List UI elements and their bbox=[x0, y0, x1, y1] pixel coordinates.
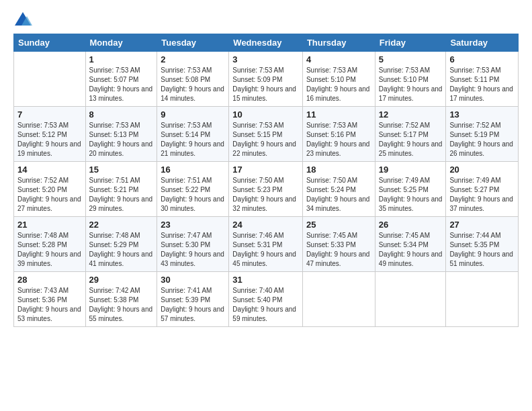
day-cell: 11Sunrise: 7:53 AMSunset: 5:16 PMDayligh… bbox=[302, 107, 375, 162]
day-info: Sunrise: 7:50 AMSunset: 5:23 PMDaylight:… bbox=[232, 176, 299, 214]
week-row-3: 21Sunrise: 7:48 AMSunset: 5:28 PMDayligh… bbox=[14, 217, 519, 272]
week-row-1: 7Sunrise: 7:53 AMSunset: 5:12 PMDaylight… bbox=[14, 107, 519, 162]
day-cell: 13Sunrise: 7:52 AMSunset: 5:19 PMDayligh… bbox=[446, 107, 519, 162]
day-number: 22 bbox=[89, 220, 154, 230]
day-cell: 27Sunrise: 7:44 AMSunset: 5:35 PMDayligh… bbox=[446, 217, 519, 272]
day-number: 29 bbox=[89, 275, 154, 285]
day-cell: 6Sunrise: 7:53 AMSunset: 5:11 PMDaylight… bbox=[446, 52, 519, 107]
day-cell: 5Sunrise: 7:53 AMSunset: 5:10 PMDaylight… bbox=[375, 52, 446, 107]
day-info: Sunrise: 7:51 AMSunset: 5:21 PMDaylight:… bbox=[89, 176, 154, 214]
day-cell bbox=[446, 272, 519, 327]
day-cell: 12Sunrise: 7:52 AMSunset: 5:17 PMDayligh… bbox=[375, 107, 446, 162]
day-cell: 7Sunrise: 7:53 AMSunset: 5:12 PMDaylight… bbox=[14, 107, 86, 162]
day-cell: 17Sunrise: 7:50 AMSunset: 5:23 PMDayligh… bbox=[229, 162, 303, 217]
day-info: Sunrise: 7:42 AMSunset: 5:38 PMDaylight:… bbox=[89, 286, 154, 324]
day-number: 31 bbox=[232, 275, 299, 285]
day-info: Sunrise: 7:53 AMSunset: 5:16 PMDaylight:… bbox=[306, 121, 371, 158]
day-number: 3 bbox=[232, 54, 299, 64]
day-cell: 25Sunrise: 7:45 AMSunset: 5:33 PMDayligh… bbox=[302, 217, 375, 272]
day-number: 18 bbox=[306, 165, 371, 175]
day-info: Sunrise: 7:53 AMSunset: 5:14 PMDaylight:… bbox=[161, 121, 225, 158]
day-info: Sunrise: 7:53 AMSunset: 5:10 PMDaylight:… bbox=[379, 66, 443, 103]
day-info: Sunrise: 7:48 AMSunset: 5:28 PMDaylight:… bbox=[17, 231, 82, 269]
day-number: 14 bbox=[17, 165, 82, 175]
header-cell-monday: Monday bbox=[85, 34, 157, 52]
day-cell: 21Sunrise: 7:48 AMSunset: 5:28 PMDayligh… bbox=[14, 217, 86, 272]
day-number: 20 bbox=[449, 165, 515, 175]
day-number: 15 bbox=[89, 165, 154, 175]
header-cell-sunday: Sunday bbox=[14, 34, 86, 52]
day-info: Sunrise: 7:45 AMSunset: 5:33 PMDaylight:… bbox=[306, 231, 371, 269]
day-cell: 29Sunrise: 7:42 AMSunset: 5:38 PMDayligh… bbox=[85, 272, 157, 327]
week-row-2: 14Sunrise: 7:52 AMSunset: 5:20 PMDayligh… bbox=[14, 162, 519, 217]
day-cell: 19Sunrise: 7:49 AMSunset: 5:25 PMDayligh… bbox=[375, 162, 446, 217]
header-row: SundayMondayTuesdayWednesdayThursdayFrid… bbox=[14, 34, 519, 52]
day-number: 12 bbox=[379, 109, 443, 120]
day-cell: 20Sunrise: 7:49 AMSunset: 5:27 PMDayligh… bbox=[446, 162, 519, 217]
day-number: 25 bbox=[306, 220, 371, 230]
day-number: 1 bbox=[89, 54, 154, 64]
day-info: Sunrise: 7:40 AMSunset: 5:40 PMDaylight:… bbox=[232, 286, 299, 324]
header-cell-thursday: Thursday bbox=[302, 34, 375, 52]
day-number: 7 bbox=[17, 109, 82, 120]
day-number: 9 bbox=[161, 109, 225, 120]
day-number: 5 bbox=[379, 54, 443, 64]
day-info: Sunrise: 7:52 AMSunset: 5:19 PMDaylight:… bbox=[449, 121, 515, 158]
day-info: Sunrise: 7:46 AMSunset: 5:31 PMDaylight:… bbox=[232, 231, 299, 269]
day-cell: 14Sunrise: 7:52 AMSunset: 5:20 PMDayligh… bbox=[14, 162, 86, 217]
week-row-0: 1Sunrise: 7:53 AMSunset: 5:07 PMDaylight… bbox=[14, 52, 519, 107]
day-info: Sunrise: 7:53 AMSunset: 5:10 PMDaylight:… bbox=[306, 66, 371, 103]
day-cell: 15Sunrise: 7:51 AMSunset: 5:21 PMDayligh… bbox=[85, 162, 157, 217]
day-cell: 8Sunrise: 7:53 AMSunset: 5:13 PMDaylight… bbox=[85, 107, 157, 162]
day-cell: 9Sunrise: 7:53 AMSunset: 5:14 PMDaylight… bbox=[157, 107, 229, 162]
day-info: Sunrise: 7:53 AMSunset: 5:11 PMDaylight:… bbox=[449, 66, 515, 103]
day-number: 2 bbox=[161, 54, 225, 64]
day-info: Sunrise: 7:49 AMSunset: 5:25 PMDaylight:… bbox=[379, 176, 443, 214]
day-cell: 23Sunrise: 7:47 AMSunset: 5:30 PMDayligh… bbox=[157, 217, 229, 272]
day-info: Sunrise: 7:43 AMSunset: 5:36 PMDaylight:… bbox=[17, 286, 82, 324]
day-cell: 16Sunrise: 7:51 AMSunset: 5:22 PMDayligh… bbox=[157, 162, 229, 217]
page: SundayMondayTuesdayWednesdayThursdayFrid… bbox=[0, 0, 532, 334]
day-info: Sunrise: 7:53 AMSunset: 5:13 PMDaylight:… bbox=[89, 121, 154, 158]
day-number: 27 bbox=[449, 220, 515, 230]
day-info: Sunrise: 7:53 AMSunset: 5:07 PMDaylight:… bbox=[89, 66, 154, 103]
day-number: 6 bbox=[449, 54, 515, 64]
day-cell: 30Sunrise: 7:41 AMSunset: 5:39 PMDayligh… bbox=[157, 272, 229, 327]
day-info: Sunrise: 7:53 AMSunset: 5:12 PMDaylight:… bbox=[17, 121, 82, 158]
day-cell bbox=[302, 272, 375, 327]
header-cell-friday: Friday bbox=[375, 34, 446, 52]
day-number: 17 bbox=[232, 165, 299, 175]
header-cell-wednesday: Wednesday bbox=[229, 34, 303, 52]
day-number: 13 bbox=[449, 109, 515, 120]
day-number: 19 bbox=[379, 165, 443, 175]
day-info: Sunrise: 7:52 AMSunset: 5:17 PMDaylight:… bbox=[379, 121, 443, 158]
day-cell bbox=[14, 52, 86, 107]
day-cell: 10Sunrise: 7:53 AMSunset: 5:15 PMDayligh… bbox=[229, 107, 303, 162]
day-info: Sunrise: 7:47 AMSunset: 5:30 PMDaylight:… bbox=[161, 231, 225, 269]
day-info: Sunrise: 7:44 AMSunset: 5:35 PMDaylight:… bbox=[449, 231, 515, 269]
day-info: Sunrise: 7:45 AMSunset: 5:34 PMDaylight:… bbox=[379, 231, 443, 269]
day-info: Sunrise: 7:49 AMSunset: 5:27 PMDaylight:… bbox=[449, 176, 515, 214]
day-info: Sunrise: 7:51 AMSunset: 5:22 PMDaylight:… bbox=[161, 176, 225, 214]
logo-icon bbox=[13, 11, 32, 30]
header-cell-tuesday: Tuesday bbox=[157, 34, 229, 52]
day-info: Sunrise: 7:48 AMSunset: 5:29 PMDaylight:… bbox=[89, 231, 154, 269]
day-number: 28 bbox=[17, 275, 82, 285]
day-number: 11 bbox=[306, 109, 371, 120]
day-cell: 28Sunrise: 7:43 AMSunset: 5:36 PMDayligh… bbox=[14, 272, 86, 327]
day-number: 24 bbox=[232, 220, 299, 230]
header-cell-saturday: Saturday bbox=[446, 34, 519, 52]
day-number: 23 bbox=[161, 220, 225, 230]
day-cell: 31Sunrise: 7:40 AMSunset: 5:40 PMDayligh… bbox=[229, 272, 303, 327]
day-number: 10 bbox=[232, 109, 299, 120]
header bbox=[13, 11, 519, 30]
day-number: 4 bbox=[306, 54, 371, 64]
day-info: Sunrise: 7:53 AMSunset: 5:15 PMDaylight:… bbox=[232, 121, 299, 158]
day-cell: 4Sunrise: 7:53 AMSunset: 5:10 PMDaylight… bbox=[302, 52, 375, 107]
day-number: 21 bbox=[17, 220, 82, 230]
day-cell: 18Sunrise: 7:50 AMSunset: 5:24 PMDayligh… bbox=[302, 162, 375, 217]
logo bbox=[13, 11, 36, 30]
day-cell: 2Sunrise: 7:53 AMSunset: 5:08 PMDaylight… bbox=[157, 52, 229, 107]
day-cell: 24Sunrise: 7:46 AMSunset: 5:31 PMDayligh… bbox=[229, 217, 303, 272]
day-info: Sunrise: 7:41 AMSunset: 5:39 PMDaylight:… bbox=[161, 286, 225, 324]
